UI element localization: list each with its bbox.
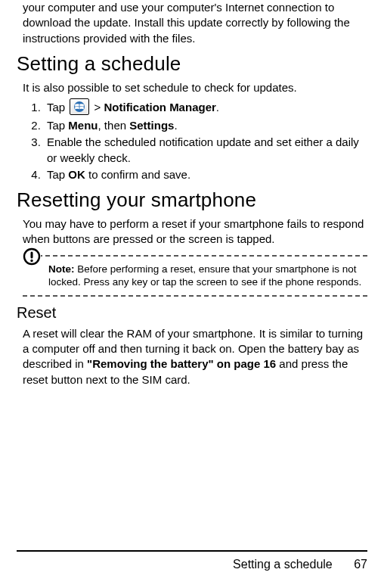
step-4-ok: OK — [68, 168, 85, 181]
step-1: Tap > Notification Manager. — [44, 100, 367, 117]
step-2-text-a: Tap — [47, 119, 68, 132]
footer-section-title: Setting a schedule — [233, 558, 333, 571]
footer-rule — [17, 550, 367, 552]
heading-reset: Reset — [17, 303, 367, 323]
intro-continuation: your computer and use your computer's In… — [17, 0, 367, 46]
heading-resetting-your-smartphone: Resetting your smartphone — [17, 187, 367, 213]
page-footer: Setting a schedule 67 — [17, 550, 367, 573]
step-2-menu: Menu — [68, 119, 98, 132]
step-2-settings: Settings — [129, 119, 174, 132]
step-2-text-c: . — [174, 119, 177, 132]
note-label: Note: — [48, 263, 75, 275]
step-3: Enable the scheduled notification update… — [44, 135, 367, 166]
step-4: Tap OK to confirm and save. — [44, 167, 367, 182]
svg-point-0 — [74, 101, 85, 112]
windows-start-icon — [70, 98, 89, 115]
svg-point-3 — [30, 260, 33, 262]
step-1-text-b: > — [91, 101, 104, 114]
svg-rect-2 — [31, 251, 33, 258]
footer-page-number: 67 — [354, 556, 367, 573]
step-2-text-b: , then — [98, 119, 130, 132]
step-4-text-b: to confirm and save. — [85, 168, 190, 181]
step-1-text-a: Tap — [47, 101, 68, 114]
step-1-notification-manager: Notification Manager — [104, 101, 215, 114]
heading-setting-a-schedule: Setting a schedule — [17, 51, 367, 77]
reset-body: A reset will clear the RAM of your smart… — [17, 326, 367, 387]
schedule-steps: Tap > Notification Manager. Tap Menu, th… — [17, 100, 367, 182]
schedule-intro: It is also possible to set schedule to c… — [17, 80, 367, 95]
reset-intro: You may have to perform a reset if your … — [17, 216, 367, 247]
note-body: Before performing a reset, ensure that y… — [48, 263, 361, 288]
note-block: Note: Before performing a reset, ensure … — [23, 255, 367, 297]
step-4-text-a: Tap — [47, 168, 68, 181]
step-1-text-c: . — [216, 101, 219, 114]
step-2: Tap Menu, then Settings. — [44, 118, 367, 133]
note-alert-icon — [23, 247, 41, 266]
reset-body-ref: "Removing the battery" on page 16 — [87, 357, 276, 370]
